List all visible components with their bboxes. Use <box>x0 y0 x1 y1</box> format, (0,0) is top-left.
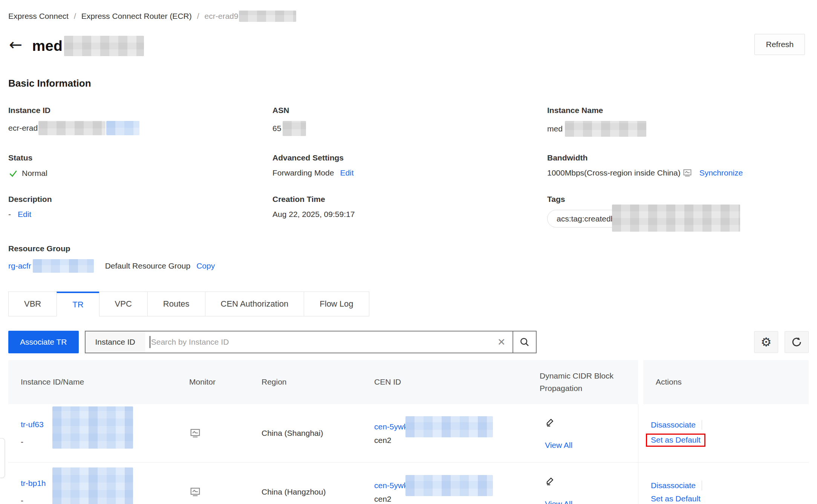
region-value: China (Shanghai) <box>262 429 323 438</box>
redacted-block <box>283 121 306 136</box>
bandwidth-synchronize-link[interactable]: Synchronize <box>699 168 743 177</box>
field-label: Instance Name <box>547 106 809 115</box>
tr-instance-link[interactable]: tr-bp1h <box>21 479 46 487</box>
resource-group-link[interactable]: rg-acfr <box>8 261 31 270</box>
search-box: Instance ID ✕ <box>85 331 537 353</box>
edit-pencil-icon[interactable] <box>545 475 555 486</box>
action-separator <box>702 481 702 490</box>
col-monitor: Monitor <box>189 360 262 404</box>
resource-group-copy-link[interactable]: Copy <box>196 261 215 270</box>
field-creation-time: Creation Time Aug 22, 2025, 09:59:17 <box>272 195 547 228</box>
col-region: Region <box>262 360 374 404</box>
view-all-link[interactable]: View All <box>545 441 572 450</box>
tr-instance-link[interactable]: tr-uf63 <box>21 420 44 429</box>
search-button[interactable] <box>513 331 536 353</box>
description-edit-link[interactable]: Edit <box>18 210 31 219</box>
action-separator <box>702 420 702 430</box>
field-description: Description - Edit <box>8 195 272 228</box>
tab-flow-log[interactable]: Flow Log <box>304 292 369 316</box>
page: Express Connect / Express Connect Router… <box>0 0 817 504</box>
tr-instance-name: - <box>21 437 44 446</box>
disassociate-link[interactable]: Disassociate <box>651 420 696 429</box>
tr-instance-name: - <box>21 496 46 504</box>
tab-vbr[interactable]: VBR <box>8 292 57 316</box>
collapsed-panel-handle[interactable] <box>0 438 5 478</box>
page-header: ← med Refresh <box>8 34 809 58</box>
redacted-block <box>33 259 94 273</box>
table-tools: ⚙ <box>754 331 809 353</box>
set-as-default-link[interactable]: Set as Default <box>651 435 701 444</box>
table-refresh-button[interactable] <box>785 331 809 353</box>
description-value: - <box>8 210 11 219</box>
basic-information-grid: Instance ID ecr-erad ASN 65 Instance Nam… <box>8 89 809 273</box>
cen-id-link[interactable]: cen-5ywk <box>374 422 408 431</box>
page-title: med <box>32 38 63 54</box>
redacted-block <box>612 205 740 232</box>
back-icon[interactable]: ← <box>9 37 22 53</box>
bandwidth-monitor-icon[interactable] <box>683 168 692 177</box>
redacted-block <box>565 121 646 137</box>
search-icon <box>519 336 530 348</box>
tab-vpc[interactable]: VPC <box>99 292 148 316</box>
tab-routes[interactable]: Routes <box>147 292 205 316</box>
field-label: Description <box>8 195 272 204</box>
basic-information-title: Basic Information <box>8 78 809 89</box>
redacted-block <box>52 406 133 449</box>
redacted-block <box>405 475 493 496</box>
field-bandwidth: Bandwidth 1000Mbps(Cross-region inside C… <box>547 153 809 178</box>
tab-bar: VBR TR VPC Routes CEN Authorization Flow… <box>8 292 809 316</box>
field-resource-group: Resource Group rg-acfr Default Resource … <box>8 244 809 273</box>
field-label: Creation Time <box>272 195 547 204</box>
breadcrumb-current: ecr-erad9 <box>205 11 297 22</box>
col-dynamic-cidr: Dynamic CIDR Block Propagation <box>540 360 638 404</box>
breadcrumb-ecr[interactable]: Express Connect Router (ECR) <box>81 12 192 21</box>
field-label: ASN <box>272 106 547 115</box>
associate-tr-button[interactable]: Associate TR <box>8 331 79 353</box>
redacted-block <box>405 416 493 437</box>
breadcrumb-current-label: ecr-erad9 <box>205 12 239 21</box>
status-value: Normal <box>22 169 47 178</box>
tab-cen-authorization[interactable]: CEN Authorization <box>205 292 304 316</box>
asn-value: 65 <box>272 124 281 133</box>
tab-tr[interactable]: TR <box>57 292 99 316</box>
settings-button[interactable]: ⚙ <box>754 331 778 353</box>
redacted-block <box>52 467 133 504</box>
instance-name-value: med <box>547 124 563 133</box>
search-category-select[interactable]: Instance ID <box>86 331 145 353</box>
redacted-block <box>239 11 296 22</box>
toolbar: Associate TR Instance ID ✕ ⚙ <box>8 331 809 353</box>
field-advanced-settings: Advanced Settings Forwarding Mode Edit <box>272 153 547 178</box>
field-instance-id: Instance ID ecr-erad <box>8 106 272 137</box>
disassociate-link[interactable]: Disassociate <box>651 481 696 490</box>
set-as-default-link[interactable]: Set as Default <box>651 494 701 503</box>
cen-id-link[interactable]: cen-5ywk <box>374 481 408 490</box>
bandwidth-value: 1000Mbps(Cross-region inside China) <box>547 168 681 177</box>
forwarding-mode-edit-link[interactable]: Edit <box>340 168 353 177</box>
cen-name: cen2 <box>374 436 392 445</box>
table-header: Instance ID/Name Monitor Region CEN ID D… <box>8 360 809 404</box>
monitor-icon[interactable] <box>189 428 201 439</box>
tr-table: Instance ID/Name Monitor Region CEN ID D… <box>8 360 809 504</box>
text-caret <box>150 336 150 348</box>
breadcrumb: Express Connect / Express Connect Router… <box>8 0 809 22</box>
view-all-link[interactable]: View All <box>545 499 572 504</box>
search-input[interactable] <box>151 338 491 347</box>
monitor-icon[interactable] <box>189 486 201 498</box>
field-label: Bandwidth <box>547 153 809 162</box>
col-instance-id-name: Instance ID/Name <box>21 360 189 404</box>
breadcrumb-separator: / <box>197 12 199 21</box>
refresh-icon <box>791 336 803 348</box>
clear-icon[interactable]: ✕ <box>491 331 513 353</box>
creation-time-value: Aug 22, 2025, 09:59:17 <box>272 210 355 219</box>
field-label: Advanced Settings <box>272 153 547 162</box>
refresh-button[interactable]: Refresh <box>754 34 805 55</box>
edit-pencil-icon[interactable] <box>545 417 555 427</box>
cen-name: cen2 <box>374 495 392 504</box>
instance-id-value: ecr-erad <box>8 124 38 133</box>
field-asn: ASN 65 <box>272 106 547 137</box>
forwarding-mode-value: Forwarding Mode <box>272 168 334 177</box>
region-value: China (Hangzhou) <box>262 487 326 496</box>
breadcrumb-express-connect[interactable]: Express Connect <box>8 12 69 21</box>
redacted-block <box>38 121 106 135</box>
field-instance-name: Instance Name med <box>547 106 809 137</box>
